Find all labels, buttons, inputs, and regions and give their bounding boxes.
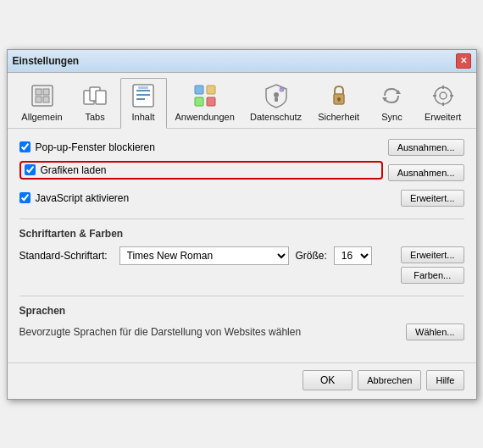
svg-point-26 xyxy=(440,92,447,99)
tab-allgemein[interactable]: Allgemein xyxy=(14,78,70,128)
javascript-row: JavaScript aktivieren Erweitert... xyxy=(19,190,464,207)
grafiken-ausnahmen-button[interactable]: Ausnahmen... xyxy=(388,164,464,181)
titlebar: Einstellungen ✕ xyxy=(8,50,476,73)
farben-button[interactable]: Farben... xyxy=(401,267,464,284)
options-section: Pop-up-Fenster blockieren Ausnahmen... G… xyxy=(19,139,464,207)
svg-point-19 xyxy=(280,88,283,91)
font-select[interactable]: Times New Roman xyxy=(119,246,289,265)
svg-rect-4 xyxy=(43,97,49,102)
separator-2 xyxy=(19,296,464,296)
sprachen-text: Bevorzugte Sprachen für die Darstellung … xyxy=(19,326,398,338)
svg-rect-18 xyxy=(275,97,278,102)
svg-rect-22 xyxy=(338,99,340,102)
svg-rect-12 xyxy=(138,86,148,89)
grafiken-checkbox[interactable] xyxy=(25,164,36,175)
tab-sicherheit[interactable]: Sicherheit xyxy=(310,78,367,128)
svg-rect-16 xyxy=(207,97,215,106)
erweitert-icon xyxy=(430,82,457,109)
svg-rect-13 xyxy=(195,86,203,94)
ok-button[interactable]: OK xyxy=(303,370,353,390)
svg-rect-1 xyxy=(36,89,42,95)
size-label: Größe: xyxy=(296,250,327,262)
sprachen-row: Bevorzugte Sprachen für die Darstellung … xyxy=(19,324,464,340)
svg-rect-7 xyxy=(96,91,106,104)
javascript-label: JavaScript aktivieren xyxy=(36,192,130,204)
popup-row: Pop-up-Fenster blockieren Ausnahmen... xyxy=(19,139,464,156)
tab-allgemein-label: Allgemein xyxy=(21,112,62,122)
sprachen-title: Sprachen xyxy=(19,305,464,317)
svg-point-25 xyxy=(435,87,452,104)
tab-tabs-label: Tabs xyxy=(85,112,104,122)
popup-ausnahmen-button[interactable]: Ausnahmen... xyxy=(388,139,464,156)
grafiken-row-wrapper: Grafiken laden Ausnahmen... xyxy=(19,161,464,185)
main-content: Pop-up-Fenster blockieren Ausnahmen... G… xyxy=(8,129,476,362)
javascript-erweitert-button[interactable]: Erweitert... xyxy=(401,190,464,207)
popup-checkbox[interactable] xyxy=(19,141,31,152)
tabs-icon xyxy=(81,82,108,109)
sprachen-section: Sprachen Bevorzugte Sprachen für die Dar… xyxy=(19,305,464,340)
tab-datenschutz[interactable]: Datenschutz xyxy=(243,78,309,128)
allgemein-icon xyxy=(29,82,56,109)
help-button[interactable]: Hilfe xyxy=(426,370,464,390)
tab-inhalt-label: Inhalt xyxy=(132,112,155,122)
tab-erweitert[interactable]: Erweitert xyxy=(417,78,469,128)
svg-rect-14 xyxy=(207,86,215,94)
javascript-checkbox-group: JavaScript aktivieren xyxy=(19,192,130,204)
close-button[interactable]: ✕ xyxy=(456,53,471,69)
grafiken-checkbox-group: Grafiken laden xyxy=(25,164,107,176)
svg-rect-3 xyxy=(36,97,42,102)
waehlen-button[interactable]: Wählen... xyxy=(406,324,464,340)
popup-checkbox-group: Pop-up-Fenster blockieren xyxy=(19,141,155,153)
footer-buttons: OK Abbrechen Hilfe xyxy=(8,362,476,399)
grafiken-label: Grafiken laden xyxy=(41,164,107,176)
tab-datenschutz-label: Datenschutz xyxy=(250,112,302,122)
sync-icon xyxy=(378,82,405,109)
window-title: Einstellungen xyxy=(13,55,80,67)
sicherheit-icon xyxy=(325,82,353,109)
anwendungen-icon xyxy=(192,82,219,109)
schriften-erweitert-button[interactable]: Erweitert... xyxy=(401,246,464,263)
svg-point-17 xyxy=(274,92,279,97)
separator-1 xyxy=(19,218,464,219)
tab-sicherheit-label: Sicherheit xyxy=(318,112,359,122)
tab-anwendungen-label: Anwendungen xyxy=(175,112,234,122)
popup-label: Pop-up-Fenster blockieren xyxy=(36,141,155,153)
schriften-section: Schriftarten & Farben Standard-Schriftar… xyxy=(19,228,464,284)
font-row: Standard-Schriftart: Times New Roman Grö… xyxy=(19,246,394,265)
javascript-checkbox[interactable] xyxy=(19,192,31,203)
font-buttons-group: Erweitert... Farben... xyxy=(401,246,464,284)
svg-rect-15 xyxy=(195,97,203,106)
tab-sync[interactable]: Sync xyxy=(369,78,415,128)
tab-sync-label: Sync xyxy=(381,112,402,122)
settings-window: Einstellungen ✕ Allgemein xyxy=(7,49,477,400)
inhalt-icon xyxy=(130,82,157,109)
toolbar: Allgemein Tabs xyxy=(8,73,476,129)
cancel-button[interactable]: Abbrechen xyxy=(358,370,421,390)
svg-rect-2 xyxy=(43,89,49,95)
font-label: Standard-Schriftart: xyxy=(19,250,113,262)
grafiken-highlighted-row: Grafiken laden xyxy=(19,161,383,180)
tab-inhalt[interactable]: Inhalt xyxy=(120,78,167,129)
tab-anwendungen[interactable]: Anwendungen xyxy=(169,78,242,128)
tab-tabs[interactable]: Tabs xyxy=(72,78,119,128)
datenschutz-icon xyxy=(263,82,290,109)
size-select[interactable]: 16 xyxy=(334,246,372,265)
schriften-title: Schriftarten & Farben xyxy=(19,228,464,240)
tab-erweitert-label: Erweitert xyxy=(425,112,461,122)
